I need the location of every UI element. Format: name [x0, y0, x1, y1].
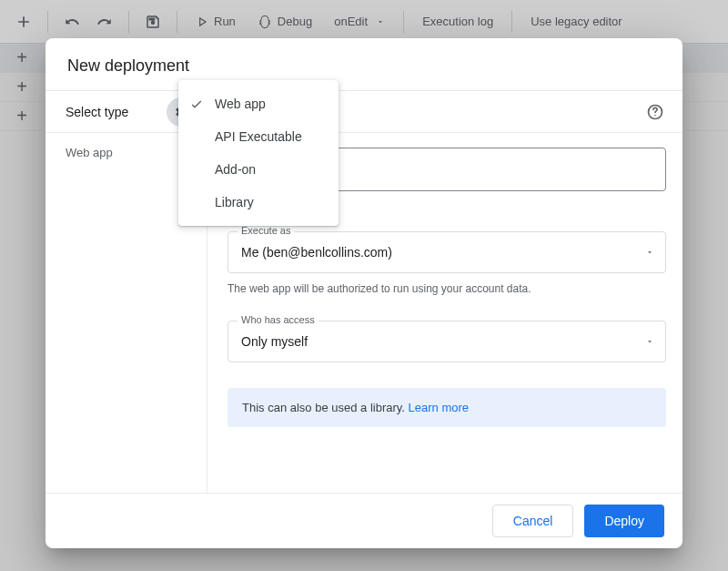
- access-select[interactable]: Who has access Only myself: [228, 321, 666, 362]
- menu-label: API Executable: [215, 129, 302, 144]
- menu-item-web-app[interactable]: Web app: [178, 87, 339, 120]
- menu-label: Web app: [215, 97, 266, 111]
- access-legend: Who has access: [238, 314, 318, 325]
- menu-item-addon[interactable]: Add-on: [178, 153, 339, 186]
- access-value: Only myself: [241, 334, 308, 349]
- configuration-panel: Configuration Web app API Executable: [207, 91, 682, 493]
- menu-item-api-executable[interactable]: API Executable: [178, 120, 339, 153]
- new-deployment-dialog: New deployment Select type Web app Confi…: [46, 38, 682, 548]
- execute-as-value: Me (ben@benlcollins.com): [241, 245, 392, 260]
- menu-label: Add-on: [215, 162, 256, 177]
- menu-label: Library: [215, 195, 254, 209]
- dialog-footer: Cancel Deploy: [46, 493, 682, 548]
- svg-point-1: [654, 114, 656, 116]
- info-text: This can also be used a library.: [242, 401, 409, 414]
- execute-as-helper: The web app will be authorized to run us…: [228, 282, 666, 295]
- deploy-button[interactable]: Deploy: [584, 505, 664, 537]
- execute-as-legend: Execute as: [238, 225, 294, 236]
- deployment-type-menu: Web app API Executable Add-on Library: [178, 80, 339, 226]
- learn-more-link[interactable]: Learn more: [409, 401, 469, 414]
- dialog-title: New deployment: [46, 38, 682, 91]
- cancel-button[interactable]: Cancel: [492, 505, 574, 537]
- check-icon: [189, 97, 204, 111]
- help-icon[interactable]: [644, 101, 666, 123]
- select-type-label: Select type: [66, 105, 128, 119]
- library-info: This can also be used a library. Learn m…: [228, 388, 666, 427]
- execute-as-select[interactable]: Execute as Me (ben@benlcollins.com): [228, 231, 666, 273]
- chevron-down-icon: [645, 248, 654, 257]
- menu-item-library[interactable]: Library: [178, 186, 339, 219]
- chevron-down-icon: [645, 337, 654, 346]
